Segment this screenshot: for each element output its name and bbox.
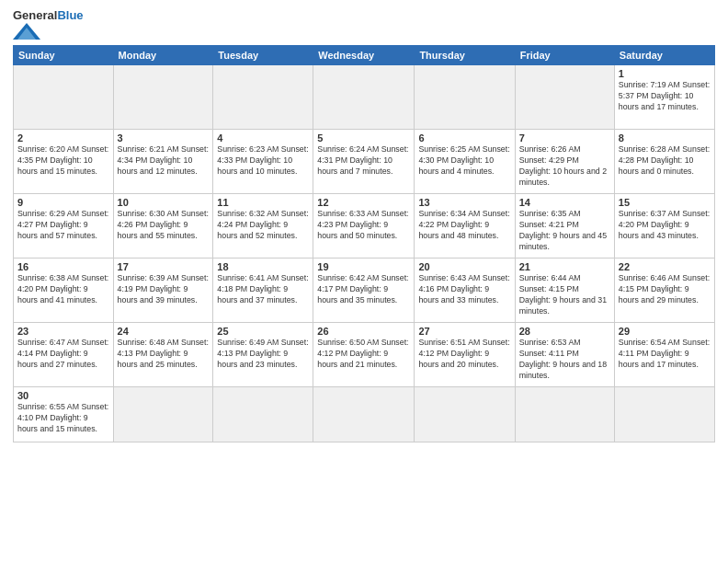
calendar-cell bbox=[614, 387, 714, 442]
day-number: 26 bbox=[317, 326, 410, 337]
calendar-cell: 18Sunrise: 6:41 AM Sunset: 4:18 PM Dayli… bbox=[213, 259, 313, 323]
calendar-cell: 6Sunrise: 6:25 AM Sunset: 4:30 PM Daylig… bbox=[415, 130, 515, 194]
calendar-cell bbox=[415, 387, 515, 442]
day-info: Sunrise: 7:19 AM Sunset: 5:37 PM Dayligh… bbox=[619, 80, 711, 113]
day-number: 15 bbox=[619, 197, 711, 208]
calendar-cell: 29Sunrise: 6:54 AM Sunset: 4:11 PM Dayli… bbox=[614, 323, 714, 387]
day-number: 4 bbox=[217, 132, 309, 144]
day-number: 29 bbox=[619, 326, 711, 337]
calendar-cell: 22Sunrise: 6:46 AM Sunset: 4:15 PM Dayli… bbox=[614, 259, 714, 323]
col-friday: Friday bbox=[515, 46, 614, 65]
day-number: 2 bbox=[17, 132, 109, 144]
calendar-cell bbox=[113, 65, 213, 130]
day-info: Sunrise: 6:20 AM Sunset: 4:35 PM Dayligh… bbox=[17, 144, 109, 178]
day-number: 6 bbox=[418, 132, 510, 144]
col-thursday: Thursday bbox=[415, 46, 515, 65]
logo-blue: Blue bbox=[57, 8, 83, 22]
calendar-cell: 14Sunrise: 6:35 AM Sunset: 4:21 PM Dayli… bbox=[515, 194, 614, 259]
day-number: 25 bbox=[217, 326, 309, 337]
calendar-cell bbox=[213, 65, 313, 130]
day-number: 20 bbox=[418, 261, 510, 272]
calendar-cell: 15Sunrise: 6:37 AM Sunset: 4:20 PM Dayli… bbox=[614, 194, 714, 259]
calendar-cell: 16Sunrise: 6:38 AM Sunset: 4:20 PM Dayli… bbox=[14, 259, 114, 323]
day-number: 23 bbox=[17, 326, 109, 337]
day-info: Sunrise: 6:33 AM Sunset: 4:23 PM Dayligh… bbox=[317, 209, 410, 242]
day-info: Sunrise: 6:41 AM Sunset: 4:18 PM Dayligh… bbox=[217, 273, 309, 306]
day-info: Sunrise: 6:24 AM Sunset: 4:31 PM Dayligh… bbox=[317, 144, 410, 178]
calendar-cell: 28Sunrise: 6:53 AM Sunset: 4:11 PM Dayli… bbox=[515, 323, 614, 387]
calendar-cell: 1Sunrise: 7:19 AM Sunset: 5:37 PM Daylig… bbox=[614, 65, 714, 130]
calendar-cell: 30Sunrise: 6:55 AM Sunset: 4:10 PM Dayli… bbox=[14, 387, 114, 442]
calendar-cell: 2Sunrise: 6:20 AM Sunset: 4:35 PM Daylig… bbox=[14, 130, 114, 194]
day-info: Sunrise: 6:50 AM Sunset: 4:12 PM Dayligh… bbox=[317, 338, 410, 371]
calendar: Sunday Monday Tuesday Wednesday Thursday… bbox=[13, 45, 715, 442]
calendar-cell: 21Sunrise: 6:44 AM Sunset: 4:15 PM Dayli… bbox=[515, 259, 614, 323]
col-saturday: Saturday bbox=[614, 46, 714, 65]
day-info: Sunrise: 6:43 AM Sunset: 4:16 PM Dayligh… bbox=[418, 273, 510, 306]
day-info: Sunrise: 6:49 AM Sunset: 4:13 PM Dayligh… bbox=[217, 338, 309, 371]
day-number: 8 bbox=[619, 132, 711, 144]
calendar-cell bbox=[113, 387, 213, 442]
logo: GeneralBlue bbox=[13, 9, 84, 40]
calendar-cell: 5Sunrise: 6:24 AM Sunset: 4:31 PM Daylig… bbox=[313, 130, 415, 194]
calendar-cell: 13Sunrise: 6:34 AM Sunset: 4:22 PM Dayli… bbox=[415, 194, 515, 259]
day-info: Sunrise: 6:37 AM Sunset: 4:20 PM Dayligh… bbox=[619, 209, 711, 242]
day-number: 19 bbox=[317, 261, 410, 272]
day-number: 17 bbox=[118, 261, 210, 272]
day-number: 12 bbox=[317, 197, 410, 208]
day-info: Sunrise: 6:28 AM Sunset: 4:28 PM Dayligh… bbox=[619, 144, 711, 178]
calendar-cell bbox=[313, 65, 415, 130]
calendar-cell bbox=[515, 65, 614, 130]
day-number: 1 bbox=[619, 68, 711, 79]
day-number: 10 bbox=[118, 197, 210, 208]
day-info: Sunrise: 6:23 AM Sunset: 4:33 PM Dayligh… bbox=[217, 144, 309, 178]
day-number: 30 bbox=[17, 390, 109, 401]
calendar-cell: 8Sunrise: 6:28 AM Sunset: 4:28 PM Daylig… bbox=[614, 130, 714, 194]
day-number: 5 bbox=[317, 132, 410, 144]
day-info: Sunrise: 6:47 AM Sunset: 4:14 PM Dayligh… bbox=[17, 338, 109, 371]
calendar-header-row: Sunday Monday Tuesday Wednesday Thursday… bbox=[14, 46, 715, 65]
logo-general: General bbox=[13, 8, 57, 22]
calendar-cell: 17Sunrise: 6:39 AM Sunset: 4:19 PM Dayli… bbox=[113, 259, 213, 323]
col-tuesday: Tuesday bbox=[213, 46, 313, 65]
logo-icon bbox=[13, 23, 40, 40]
calendar-cell: 26Sunrise: 6:50 AM Sunset: 4:12 PM Dayli… bbox=[313, 323, 415, 387]
day-number: 9 bbox=[17, 197, 109, 208]
calendar-cell: 19Sunrise: 6:42 AM Sunset: 4:17 PM Dayli… bbox=[313, 259, 415, 323]
day-info: Sunrise: 6:32 AM Sunset: 4:24 PM Dayligh… bbox=[217, 209, 309, 242]
day-info: Sunrise: 6:26 AM Sunset: 4:29 PM Dayligh… bbox=[519, 144, 610, 189]
day-info: Sunrise: 6:39 AM Sunset: 4:19 PM Dayligh… bbox=[118, 273, 210, 306]
day-number: 13 bbox=[418, 197, 510, 208]
day-info: Sunrise: 6:25 AM Sunset: 4:30 PM Dayligh… bbox=[418, 144, 510, 178]
calendar-cell: 10Sunrise: 6:30 AM Sunset: 4:26 PM Dayli… bbox=[113, 194, 213, 259]
calendar-cell bbox=[213, 387, 313, 442]
col-wednesday: Wednesday bbox=[313, 46, 415, 65]
day-info: Sunrise: 6:55 AM Sunset: 4:10 PM Dayligh… bbox=[17, 402, 109, 435]
calendar-cell bbox=[515, 387, 614, 442]
day-number: 16 bbox=[17, 261, 109, 272]
calendar-cell bbox=[415, 65, 515, 130]
calendar-cell: 27Sunrise: 6:51 AM Sunset: 4:12 PM Dayli… bbox=[415, 323, 515, 387]
day-number: 14 bbox=[519, 197, 610, 208]
day-info: Sunrise: 6:46 AM Sunset: 4:15 PM Dayligh… bbox=[619, 273, 711, 306]
day-info: Sunrise: 6:44 AM Sunset: 4:15 PM Dayligh… bbox=[519, 273, 610, 317]
calendar-cell: 7Sunrise: 6:26 AM Sunset: 4:29 PM Daylig… bbox=[515, 130, 614, 194]
calendar-cell bbox=[313, 387, 415, 442]
calendar-cell: 9Sunrise: 6:29 AM Sunset: 4:27 PM Daylig… bbox=[14, 194, 114, 259]
day-info: Sunrise: 6:30 AM Sunset: 4:26 PM Dayligh… bbox=[118, 209, 210, 242]
day-info: Sunrise: 6:35 AM Sunset: 4:21 PM Dayligh… bbox=[519, 209, 610, 253]
calendar-cell: 24Sunrise: 6:48 AM Sunset: 4:13 PM Dayli… bbox=[113, 323, 213, 387]
day-number: 7 bbox=[519, 132, 610, 144]
calendar-cell: 4Sunrise: 6:23 AM Sunset: 4:33 PM Daylig… bbox=[213, 130, 313, 194]
col-monday: Monday bbox=[113, 46, 213, 65]
header: GeneralBlue bbox=[13, 9, 715, 40]
day-number: 18 bbox=[217, 261, 309, 272]
day-info: Sunrise: 6:48 AM Sunset: 4:13 PM Dayligh… bbox=[118, 338, 210, 371]
calendar-cell: 23Sunrise: 6:47 AM Sunset: 4:14 PM Dayli… bbox=[14, 323, 114, 387]
day-info: Sunrise: 6:42 AM Sunset: 4:17 PM Dayligh… bbox=[317, 273, 410, 306]
calendar-cell bbox=[14, 65, 114, 130]
day-number: 24 bbox=[118, 326, 210, 337]
day-number: 28 bbox=[519, 326, 610, 337]
day-info: Sunrise: 6:53 AM Sunset: 4:11 PM Dayligh… bbox=[519, 338, 610, 382]
calendar-cell: 12Sunrise: 6:33 AM Sunset: 4:23 PM Dayli… bbox=[313, 194, 415, 259]
